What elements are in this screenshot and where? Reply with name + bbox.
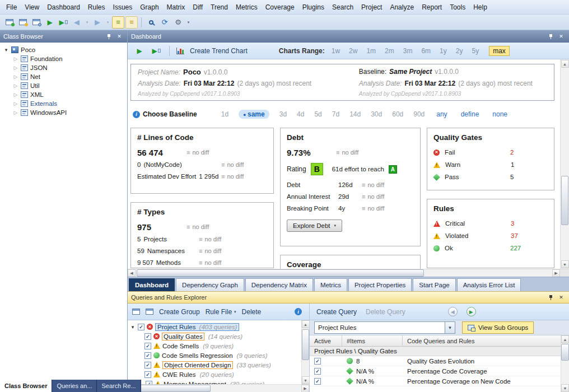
bottom-tab-class-browser[interactable]: Class Browser (0, 380, 52, 392)
group-quality-gates[interactable]: Quality Gates (14 queries) (130, 332, 301, 341)
baseline-option-14d[interactable]: 14d (349, 110, 361, 118)
table-vertical-scrollbar[interactable]: ▲ ▼ (561, 335, 569, 392)
tab-start-page[interactable]: Start Page (413, 278, 455, 291)
rules-violated-row[interactable]: Violated 37 (433, 230, 548, 242)
baseline-option-same[interactable]: same (239, 110, 269, 119)
close-button[interactable]: ✕ (557, 293, 566, 301)
rule-checkbox[interactable] (314, 378, 321, 385)
column-header-name[interactable]: Code Queries and Rules (403, 335, 561, 346)
compare-builds-button[interactable] (30, 16, 43, 29)
tab-metrics[interactable]: Metrics (314, 278, 347, 291)
expander-icon[interactable]: ▷ (13, 92, 18, 97)
tree-vertical-scrollbar[interactable]: ▲ ▼ (301, 320, 309, 384)
menu-item-report[interactable]: Report (418, 1, 446, 13)
close-button[interactable]: ✕ (115, 32, 124, 40)
tree-item-net[interactable]: ▷ Net (1, 72, 126, 81)
query-forward-button[interactable]: ▶ (467, 307, 476, 316)
group-object-oriented-design[interactable]: Object Oriented Design (33 queries) (130, 360, 301, 370)
menu-item-plugins[interactable]: Plugins (299, 1, 328, 13)
tab-project-properties[interactable]: Project Properties (348, 278, 412, 291)
group-checkbox[interactable] (144, 371, 151, 378)
scroll-down-button[interactable]: ▼ (561, 260, 569, 268)
tree-item-foundation[interactable]: ▷ Foundation (1, 54, 126, 63)
range-2y[interactable]: 2y (456, 47, 463, 55)
rule-file-button[interactable]: Rule File▾ (206, 308, 236, 316)
column-header-active[interactable]: Active (310, 335, 342, 346)
settings-dropdown[interactable]: ▾ (185, 16, 192, 29)
quality-gate-warn-row[interactable]: Warn 1 (433, 158, 548, 171)
scrollbar-thumb[interactable] (561, 344, 569, 361)
delete-group-button[interactable]: Delete (242, 308, 262, 316)
tree-horizontal-scrollbar[interactable]: ◀ ▶ (128, 384, 309, 392)
delete-query-button[interactable]: Delete Query (366, 308, 405, 316)
run-analysis-button[interactable]: ▶ (133, 45, 146, 57)
import-group-icon[interactable] (146, 309, 153, 315)
menu-item-help[interactable]: Help (469, 1, 491, 13)
range-1y[interactable]: 1y (440, 47, 447, 55)
scroll-right-button[interactable]: ▶ (552, 269, 560, 277)
menu-item-rules[interactable]: Rules (84, 1, 109, 13)
settings-button[interactable]: ⚙ (172, 16, 184, 29)
baseline-option-none[interactable]: none (492, 110, 507, 118)
menu-item-diff[interactable]: Diff (189, 1, 207, 13)
table-group-row[interactable]: Project Rules \ Quality Gates (310, 347, 561, 356)
menu-item-metrics[interactable]: Metrics (232, 1, 262, 13)
range-2w[interactable]: 2w (349, 47, 357, 55)
range-max[interactable]: max (489, 46, 510, 56)
range-1m[interactable]: 1m (366, 47, 376, 55)
menu-item-dashboard[interactable]: Dashboard (43, 1, 84, 13)
menu-item-view[interactable]: View (21, 1, 43, 13)
scroll-up-button[interactable]: ▲ (561, 335, 569, 343)
rules-critical-row[interactable]: Critical 3 (433, 217, 548, 230)
menu-item-tools[interactable]: Tools (446, 1, 469, 13)
tree-item-windowsapi[interactable]: ▷ WindowsAPI (1, 108, 126, 117)
tree-item-json[interactable]: ▷ JSON (1, 63, 126, 72)
expander-icon[interactable]: ▷ (13, 83, 18, 88)
pin-button[interactable] (104, 32, 113, 40)
baseline-option-any[interactable]: any (436, 110, 447, 118)
baseline-option-7d[interactable]: 7d (332, 110, 339, 118)
pin-button[interactable] (546, 293, 555, 301)
scroll-up-button[interactable]: ▲ (302, 320, 310, 328)
group-checkbox[interactable] (144, 352, 151, 359)
scroll-left-button[interactable]: ◀ (128, 269, 136, 277)
run-analysis-report-button[interactable]: ▶ (150, 45, 162, 57)
expander-icon[interactable]: ▾ (130, 324, 136, 330)
expander-icon[interactable]: ▷ (13, 101, 18, 106)
tab-analysis-error-list[interactable]: Analysis Error List (457, 278, 521, 291)
group-checkbox[interactable] (144, 362, 151, 368)
group-select[interactable]: Project Rules ▼ (314, 321, 455, 334)
group-code-smells[interactable]: Code Smells (9 queries) (130, 341, 301, 351)
menu-item-issues[interactable]: Issues (109, 1, 137, 13)
scroll-up-button[interactable]: ▲ (561, 60, 569, 68)
expander-icon[interactable]: ▷ (13, 65, 18, 71)
group-checkbox[interactable] (138, 324, 144, 330)
baseline-option-3d[interactable]: 3d (279, 110, 287, 118)
navigate-back-dropdown[interactable]: ▾ (84, 16, 90, 29)
range-6m[interactable]: 6m (421, 47, 431, 55)
group-checkbox[interactable] (144, 333, 151, 340)
scrollbar-thumb[interactable] (137, 269, 424, 277)
menu-item-trend[interactable]: Trend (207, 1, 232, 13)
bottom-tab-queries[interactable]: Queries an... (52, 380, 97, 392)
refresh-button[interactable]: ⟳ (158, 16, 171, 29)
scrollbar-thumb[interactable] (302, 329, 309, 360)
baseline-option-4d[interactable]: 4d (297, 110, 304, 118)
expander-icon[interactable]: ▷ (13, 74, 18, 80)
menu-item-coverage[interactable]: Coverage (262, 1, 299, 13)
dashboard-vertical-scrollbar[interactable]: ▲ ▼ (560, 59, 569, 269)
group-checkbox[interactable] (144, 343, 151, 349)
new-project-button[interactable] (3, 16, 16, 29)
group-root-project-rules[interactable]: ▾ Project Rules (403 queries) (130, 322, 301, 332)
rule-checkbox[interactable] (314, 368, 321, 375)
group-code-smells-regression[interactable]: Code Smells Regression (9 queries) (130, 351, 301, 360)
table-row[interactable]: N/A % Percentage Code Coverage (310, 366, 561, 376)
open-project-button[interactable] (17, 16, 29, 29)
dashboard-horizontal-scrollbar[interactable]: ◀ ▶ (128, 269, 569, 277)
create-query-button[interactable]: Create Query (316, 308, 357, 316)
create-group-button[interactable]: Create Group (159, 308, 200, 316)
range-5y[interactable]: 5y (472, 47, 479, 55)
range-2m[interactable]: 2m (385, 47, 394, 55)
baseline-option-60d[interactable]: 60d (392, 110, 403, 118)
column-header-items[interactable]: #Items (342, 335, 403, 346)
